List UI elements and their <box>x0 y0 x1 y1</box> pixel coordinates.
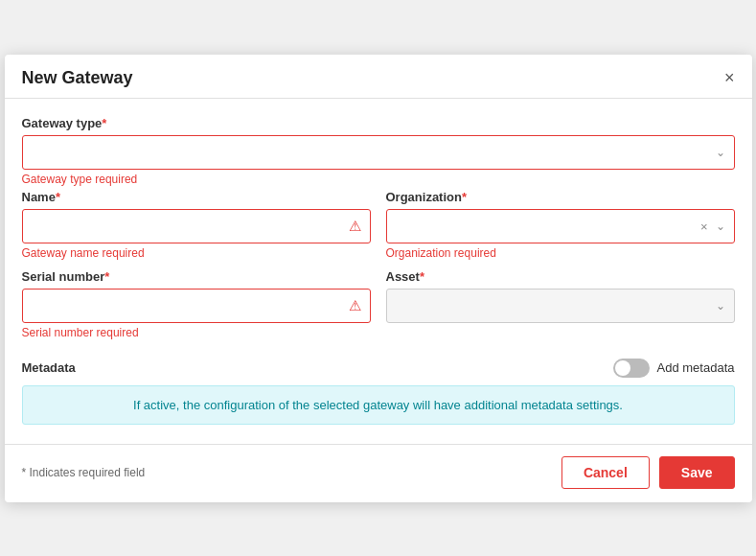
organization-select-wrapper: × ⌄ <box>386 209 735 243</box>
gateway-type-group: Gateway type* ⌄ Gateway type required <box>22 116 735 186</box>
name-input-wrapper: ⚠ <box>22 209 371 243</box>
organization-error: Organization required <box>386 246 735 260</box>
close-button[interactable]: × <box>724 69 735 86</box>
metadata-toggle-area: Add metadata <box>613 359 735 378</box>
metadata-row: Metadata Add metadata <box>22 359 735 378</box>
metadata-info-box: If active, the configuration of the sele… <box>22 385 735 425</box>
gateway-type-select[interactable] <box>22 135 735 170</box>
serial-number-group: Serial number* ⚠ Serial number required <box>22 269 371 339</box>
modal-overlay: New Gateway × Gateway type* ⌄ Gateway ty… <box>0 0 756 556</box>
modal-title: New Gateway <box>22 68 133 88</box>
serial-number-input-wrapper: ⚠ <box>22 289 371 323</box>
modal-header: New Gateway × <box>5 55 752 99</box>
serial-asset-row: Serial number* ⚠ Serial number required … <box>22 269 735 345</box>
modal-footer: * Indicates required field Cancel Save <box>5 444 752 502</box>
cancel-button[interactable]: Cancel <box>561 456 650 489</box>
serial-number-label: Serial number* <box>22 269 371 284</box>
name-error: Gateway name required <box>22 246 371 260</box>
asset-label: Asset* <box>386 269 735 284</box>
gateway-type-error: Gateway type required <box>22 173 735 186</box>
add-metadata-label: Add metadata <box>657 360 735 375</box>
new-gateway-modal: New Gateway × Gateway type* ⌄ Gateway ty… <box>5 55 752 502</box>
name-organization-row: Name* ⚠ Gateway name required Organizati… <box>22 190 735 266</box>
asset-group: Asset* ⌄ <box>386 269 735 339</box>
name-group: Name* ⚠ Gateway name required <box>22 190 371 260</box>
organization-group: Organization* × ⌄ Organization required <box>386 190 735 260</box>
metadata-label: Metadata <box>22 360 76 375</box>
required-note: * Indicates required field <box>22 466 146 479</box>
asset-select-wrapper: ⌄ <box>386 289 735 323</box>
gateway-type-label: Gateway type* <box>22 116 735 130</box>
serial-number-input[interactable] <box>22 289 371 323</box>
name-input[interactable] <box>22 209 371 243</box>
footer-buttons: Cancel Save <box>561 456 735 489</box>
metadata-toggle[interactable] <box>613 359 650 378</box>
save-button[interactable]: Save <box>659 456 735 489</box>
serial-number-error: Serial number required <box>22 326 371 339</box>
organization-label: Organization* <box>386 190 735 204</box>
gateway-type-select-wrapper: ⌄ <box>22 135 735 170</box>
asset-select[interactable] <box>386 289 735 323</box>
modal-body: Gateway type* ⌄ Gateway type required Na… <box>5 99 752 444</box>
name-label: Name* <box>22 190 371 204</box>
organization-select[interactable] <box>386 209 735 243</box>
